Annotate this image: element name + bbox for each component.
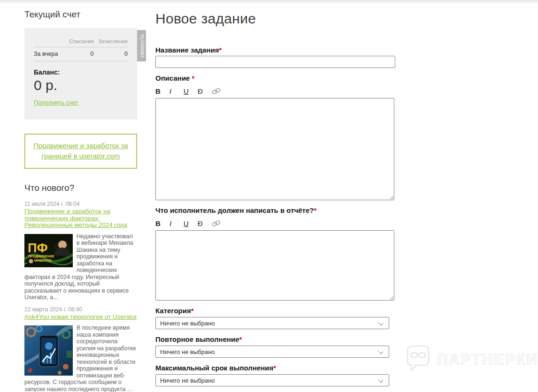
deadline-label: Максимальный срок выполнения* [155,364,396,371]
required-mark: * [314,206,316,214]
table-header-credits: Зачисления [94,38,128,47]
promo-link[interactable]: Продвижение и заработок за границей в us… [32,141,130,161]
task-name-field-group: Название задания* [155,46,396,68]
link-icon [212,219,223,227]
report-textarea[interactable] [155,230,394,301]
news-title-link[interactable]: Ask4You новая технология от Userator [24,314,137,321]
required-mark: * [192,74,194,82]
insert-link-button[interactable] [212,87,223,95]
required-mark: * [219,46,222,54]
underline-button[interactable]: U [184,87,198,95]
report-label: Что исполнитель должен написать в отчёте… [155,207,396,214]
italic-button[interactable]: I [169,219,184,227]
repeat-select[interactable]: Ничего не выбрано [155,346,389,358]
row-label: За вчера [34,47,66,61]
richtext-toolbar: B I U Đ [155,219,396,228]
ask4you-thumb-image [24,325,73,376]
topup-account-link[interactable]: Пополнить счет [34,99,78,106]
table-row: За вчера 0 0 [34,47,128,61]
category-field-group: Категория* Ничего не выбрано [155,307,396,329]
page-title: Новое задание [155,10,396,27]
required-mark: * [191,307,194,315]
account-heading: Текущий счет [24,9,137,20]
description-field-group: Описание* B I U Đ [155,75,396,200]
richtext-toolbar: B I U Đ [155,86,396,96]
table-header-debits: Списания [66,38,94,47]
description-label: Описание* [155,75,396,82]
partnerkin-watermark: ПАРТНЕРКИН [407,345,538,374]
bold-button[interactable]: B [155,219,169,227]
pf-webinar-thumb-image: ПФ ПРОДВИЖЕНИЕ И ЗАРАБОТОК [24,234,73,267]
account-summary-panel: свернуть Списания Зачисления За вчера 0 … [24,28,137,120]
insert-link-button[interactable] [212,219,223,227]
news-body: В последнее время наша компания сосредот… [24,324,137,392]
news-date: 22 марта 2024 г. 06:40 [24,306,137,313]
strikethrough-button[interactable]: Đ [198,87,212,95]
category-select[interactable]: Ничего не выбрано [155,317,389,329]
repeat-field-group: Повторное выполнение* Ничего не выбрано [155,336,396,358]
collapse-tab-label: свернуть [139,34,145,58]
credits-value: 0 [94,47,128,61]
required-mark: * [273,364,276,372]
partnerkin-logo-icon [407,345,430,374]
account-table: Списания Зачисления За вчера 0 0 [34,38,128,61]
table-header-empty [34,38,66,47]
required-mark: * [239,335,242,343]
news-body: ПФ ПРОДВИЖЕНИЕ И ЗАРАБОТОК Недавно участ… [24,233,137,301]
svg-text:ПРОДВИЖЕНИЕ: ПРОДВИЖЕНИЕ [28,255,54,258]
new-task-form: Новое задание Название задания* Описание… [155,10,396,386]
report-field-group: Что исполнитель должен написать в отчёте… [155,207,396,301]
link-icon [212,87,223,95]
collapse-tab[interactable]: свернуть [137,30,146,61]
news-date: 11 июля 2024 г. 06:04 [24,201,137,207]
italic-button[interactable]: I [169,87,184,95]
news-title-link[interactable]: Продвижение и заработок на поведенческих… [24,208,137,229]
task-name-label: Название задания* [155,46,396,53]
balance-value: 0 р. [34,77,128,93]
underline-button[interactable]: U [184,219,198,227]
page: Текущий счет свернуть Списания Зачислени… [0,0,538,392]
watermark-text: ПАРТНЕРКИН [437,351,538,368]
repeat-label: Повторное выполнение* [155,336,396,343]
category-label: Категория* [155,307,396,314]
strikethrough-button[interactable]: Đ [198,219,212,227]
deadline-select[interactable]: Ничего не выбрано [155,374,389,386]
debits-value: 0 [66,47,94,61]
balance-label: Баланс: [34,68,128,76]
bold-button[interactable]: B [155,87,169,95]
news-thumbnail[interactable]: ПФ ПРОДВИЖЕНИЕ И ЗАРАБОТОК [24,234,73,267]
svg-text:ПФ: ПФ [28,241,47,255]
description-textarea[interactable] [155,98,394,200]
deadline-field-group: Максимальный срок выполнения* Ничего не … [155,364,396,386]
promo-banner: Продвижение и заработок за границей в us… [24,134,137,169]
task-name-input[interactable] [155,56,395,68]
news-item: 22 марта 2024 г. 06:40 Ask4You новая тех… [24,306,137,392]
news-item: 11 июля 2024 г. 06:04 Продвижение и зара… [24,201,137,301]
sidebar: Текущий счет свернуть Списания Зачислени… [24,0,137,392]
news-thumbnail[interactable] [24,325,73,376]
news-heading: Что нового? [24,182,137,193]
